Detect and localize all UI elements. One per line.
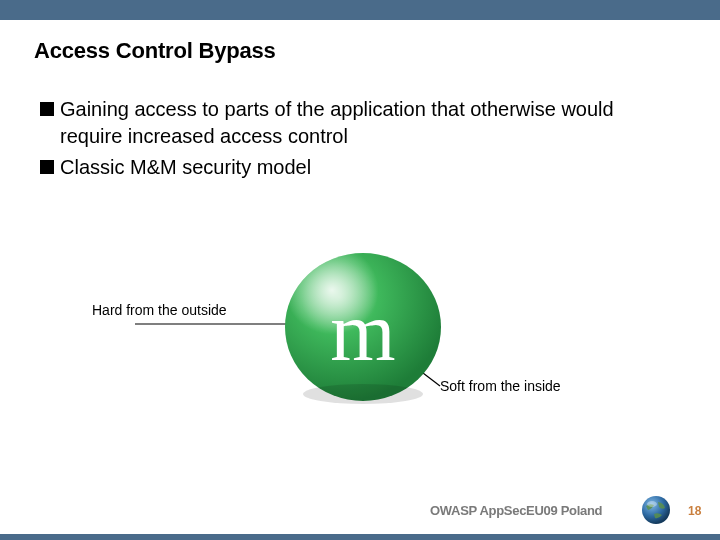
owasp-globe-icon bbox=[640, 494, 672, 526]
soft-label: Soft from the inside bbox=[440, 378, 561, 394]
bullet-item: Gaining access to parts of the applicati… bbox=[40, 96, 680, 150]
slide: Access Control Bypass Gaining access to … bbox=[0, 0, 720, 540]
slide-title: Access Control Bypass bbox=[34, 38, 276, 64]
page-number: 18 bbox=[688, 504, 701, 518]
bullet-marker-icon bbox=[40, 102, 54, 116]
bullet-text: Gaining access to parts of the applicati… bbox=[60, 96, 680, 150]
bullet-marker-icon bbox=[40, 160, 54, 174]
bullet-text: Classic M&M security model bbox=[60, 154, 311, 181]
svg-point-8 bbox=[647, 501, 657, 507]
candy-letter: m bbox=[330, 285, 395, 378]
svg-point-7 bbox=[642, 496, 670, 524]
bullet-list: Gaining access to parts of the applicati… bbox=[40, 96, 680, 185]
illustration: Hard from the outside Soft from the insi… bbox=[0, 238, 720, 458]
top-bar bbox=[0, 0, 720, 20]
bullet-item: Classic M&M security model bbox=[40, 154, 680, 181]
footer-text: OWASP AppSecEU09 Poland bbox=[430, 503, 602, 518]
svg-point-6 bbox=[303, 384, 423, 404]
footer-bar bbox=[0, 534, 720, 540]
mm-candy-icon: m bbox=[278, 242, 448, 412]
